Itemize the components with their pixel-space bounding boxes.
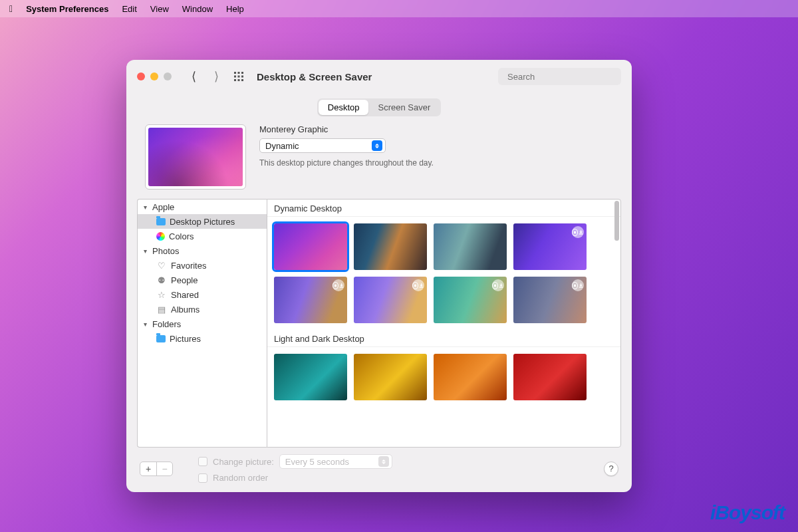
apple-menu-icon[interactable]:  xyxy=(9,3,13,14)
sidebar-item-desktop-pictures[interactable]: Desktop Pictures xyxy=(138,214,267,229)
gallery-section-title: Light and Dark Desktop xyxy=(267,330,620,347)
shared-icon: ☆ xyxy=(156,289,167,300)
titlebar: ⟨ ⟩ Desktop & Screen Saver xyxy=(126,60,632,93)
person-icon: ⚉ xyxy=(156,275,167,285)
wallpaper-thumb[interactable] xyxy=(434,223,507,270)
bottom-bar: + − Change picture: Every 5 seconds Rand… xyxy=(126,448,632,492)
download-icon[interactable] xyxy=(412,279,424,291)
popup-stepper-icon xyxy=(372,140,382,151)
random-order-checkbox[interactable] xyxy=(198,473,207,483)
wallpaper-thumbnail xyxy=(148,128,243,186)
thumbs-lightdark xyxy=(267,347,620,407)
sidebar-item-colors[interactable]: Colors xyxy=(138,229,267,243)
disclosure-icon: ▾ xyxy=(142,203,148,211)
search-input[interactable] xyxy=(507,72,619,82)
sidebar-item-label: Pictures xyxy=(170,334,201,344)
thumbs-dynamic xyxy=(267,217,620,330)
wallpaper-thumb[interactable] xyxy=(274,354,347,400)
folder-icon xyxy=(156,218,166,225)
heart-icon: ♡ xyxy=(156,260,167,271)
appearance-mode-popup[interactable]: Dynamic xyxy=(259,138,386,153)
remove-folder-button: − xyxy=(156,462,172,475)
appearance-mode-value: Dynamic xyxy=(265,141,299,151)
traffic-lights xyxy=(137,72,172,80)
lower-pane: ▾Apple Desktop Pictures Colors ▾Photos ♡… xyxy=(126,199,632,448)
preview-row: Monterey Graphic Dynamic This desktop pi… xyxy=(126,124,632,199)
wallpaper-thumb[interactable] xyxy=(513,354,587,400)
sidebar-group-photos[interactable]: ▾Photos xyxy=(138,243,267,258)
search-field[interactable] xyxy=(498,68,621,85)
zoom-button[interactable] xyxy=(164,72,172,80)
svg-rect-2 xyxy=(241,72,243,74)
minimize-button[interactable] xyxy=(150,72,158,80)
svg-rect-3 xyxy=(234,76,236,78)
svg-rect-5 xyxy=(241,76,243,78)
sidebar-item-label: Colors xyxy=(169,231,194,241)
sidebar-item-label: People xyxy=(171,275,198,285)
sidebar-item-shared[interactable]: ☆Shared xyxy=(138,287,267,302)
albums-icon: ▤ xyxy=(156,304,167,315)
preferences-window: ⟨ ⟩ Desktop & Screen Saver Desktop Scree… xyxy=(126,60,632,492)
random-order-label: Random order xyxy=(213,473,268,483)
menubar-window[interactable]: Window xyxy=(182,4,213,14)
sidebar-item-people[interactable]: ⚉People xyxy=(138,273,267,287)
options: Change picture: Every 5 seconds Random o… xyxy=(198,454,392,483)
wallpaper-name: Monterey Graphic xyxy=(259,124,613,134)
show-all-button[interactable] xyxy=(231,69,246,84)
scrollbar[interactable] xyxy=(614,201,619,241)
folder-icon xyxy=(156,335,166,342)
wallpaper-gallery[interactable]: Dynamic Desktop Light and Dark Desktop xyxy=(267,199,621,448)
wallpaper-thumb[interactable] xyxy=(513,277,587,323)
svg-rect-4 xyxy=(238,76,240,78)
menubar-edit[interactable]: Edit xyxy=(122,4,136,14)
tab-desktop[interactable]: Desktop xyxy=(319,100,369,115)
wallpaper-thumb[interactable] xyxy=(434,277,507,323)
sidebar-item-label: Desktop Pictures xyxy=(170,217,235,227)
download-icon[interactable] xyxy=(492,279,504,291)
wallpaper-description: This desktop picture changes throughout … xyxy=(259,158,613,168)
sidebar-item-pictures[interactable]: Pictures xyxy=(138,331,267,346)
sidebar-item-label: Albums xyxy=(171,305,200,315)
svg-rect-0 xyxy=(234,72,236,74)
sidebar-item-label: Favorites xyxy=(171,261,206,271)
segmented-control: Desktop Screen Saver xyxy=(317,98,441,116)
download-icon[interactable] xyxy=(572,226,584,238)
wallpaper-thumb[interactable] xyxy=(354,277,427,323)
wallpaper-thumb[interactable] xyxy=(434,354,507,400)
grid-icon xyxy=(233,71,244,82)
popup-stepper-icon xyxy=(378,456,389,467)
sidebar-item-favorites[interactable]: ♡Favorites xyxy=(138,258,267,273)
svg-rect-6 xyxy=(234,79,236,81)
wallpaper-thumb[interactable] xyxy=(274,277,347,323)
download-icon[interactable] xyxy=(332,279,344,291)
menubar-app[interactable]: System Preferences xyxy=(26,4,108,14)
sidebar-group-label: Apple xyxy=(152,202,174,212)
sidebar-group-folders[interactable]: ▾Folders xyxy=(138,317,267,331)
svg-rect-1 xyxy=(238,72,240,74)
gallery-section-title: Dynamic Desktop xyxy=(267,200,620,217)
wallpaper-thumb[interactable] xyxy=(354,354,427,400)
wallpaper-thumb[interactable] xyxy=(354,223,427,270)
current-wallpaper-preview xyxy=(145,124,246,190)
add-folder-button[interactable]: + xyxy=(140,462,156,475)
wallpaper-thumb[interactable] xyxy=(274,223,347,270)
sidebar-group-apple[interactable]: ▾Apple xyxy=(138,200,267,214)
window-title: Desktop & Screen Saver xyxy=(257,71,372,82)
tab-screensaver[interactable]: Screen Saver xyxy=(368,100,440,115)
wallpaper-thumb[interactable] xyxy=(513,223,587,270)
sidebar-group-label: Folders xyxy=(152,319,181,329)
sidebar-item-albums[interactable]: ▤Albums xyxy=(138,302,267,317)
sidebar-item-label: Shared xyxy=(171,290,199,300)
back-button[interactable]: ⟨ xyxy=(186,69,201,84)
menubar-help[interactable]: Help xyxy=(226,4,244,14)
close-button[interactable] xyxy=(137,72,145,80)
menubar-view[interactable]: View xyxy=(150,4,169,14)
help-button[interactable]: ? xyxy=(604,462,618,476)
add-remove-control: + − xyxy=(140,462,173,476)
download-icon[interactable] xyxy=(572,279,584,291)
source-list[interactable]: ▾Apple Desktop Pictures Colors ▾Photos ♡… xyxy=(137,199,267,448)
menubar:  System Preferences Edit View Window He… xyxy=(0,0,798,17)
change-picture-checkbox[interactable] xyxy=(198,457,207,466)
disclosure-icon: ▾ xyxy=(142,247,148,255)
change-picture-row: Change picture: Every 5 seconds xyxy=(198,454,392,469)
